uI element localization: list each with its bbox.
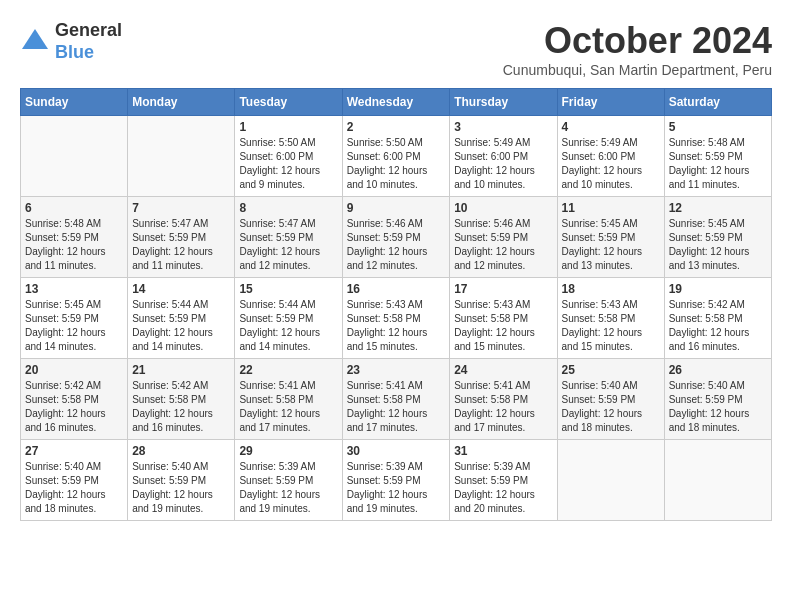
calendar-cell: 15Sunrise: 5:44 AM Sunset: 5:59 PM Dayli… xyxy=(235,278,342,359)
day-number: 8 xyxy=(239,201,337,215)
calendar-cell: 29Sunrise: 5:39 AM Sunset: 5:59 PM Dayli… xyxy=(235,440,342,521)
day-number: 27 xyxy=(25,444,123,458)
day-info: Sunrise: 5:41 AM Sunset: 5:58 PM Dayligh… xyxy=(239,379,337,435)
day-info: Sunrise: 5:47 AM Sunset: 5:59 PM Dayligh… xyxy=(239,217,337,273)
day-info: Sunrise: 5:40 AM Sunset: 5:59 PM Dayligh… xyxy=(562,379,660,435)
day-number: 31 xyxy=(454,444,552,458)
calendar-cell xyxy=(557,440,664,521)
calendar-week-row: 20Sunrise: 5:42 AM Sunset: 5:58 PM Dayli… xyxy=(21,359,772,440)
calendar-cell: 13Sunrise: 5:45 AM Sunset: 5:59 PM Dayli… xyxy=(21,278,128,359)
day-info: Sunrise: 5:41 AM Sunset: 5:58 PM Dayligh… xyxy=(347,379,446,435)
calendar-cell: 27Sunrise: 5:40 AM Sunset: 5:59 PM Dayli… xyxy=(21,440,128,521)
day-number: 1 xyxy=(239,120,337,134)
calendar-cell: 14Sunrise: 5:44 AM Sunset: 5:59 PM Dayli… xyxy=(128,278,235,359)
logo-general-text: General xyxy=(55,20,122,42)
calendar-week-row: 13Sunrise: 5:45 AM Sunset: 5:59 PM Dayli… xyxy=(21,278,772,359)
calendar-cell: 9Sunrise: 5:46 AM Sunset: 5:59 PM Daylig… xyxy=(342,197,450,278)
page-header: General Blue October 2024 Cunumbuqui, Sa… xyxy=(20,20,772,78)
calendar-cell: 21Sunrise: 5:42 AM Sunset: 5:58 PM Dayli… xyxy=(128,359,235,440)
day-number: 14 xyxy=(132,282,230,296)
calendar-cell: 4Sunrise: 5:49 AM Sunset: 6:00 PM Daylig… xyxy=(557,116,664,197)
day-number: 12 xyxy=(669,201,767,215)
calendar-cell: 12Sunrise: 5:45 AM Sunset: 5:59 PM Dayli… xyxy=(664,197,771,278)
weekday-header-wednesday: Wednesday xyxy=(342,89,450,116)
day-number: 25 xyxy=(562,363,660,377)
day-info: Sunrise: 5:44 AM Sunset: 5:59 PM Dayligh… xyxy=(239,298,337,354)
day-number: 15 xyxy=(239,282,337,296)
day-info: Sunrise: 5:39 AM Sunset: 5:59 PM Dayligh… xyxy=(239,460,337,516)
day-info: Sunrise: 5:39 AM Sunset: 5:59 PM Dayligh… xyxy=(347,460,446,516)
calendar-cell: 28Sunrise: 5:40 AM Sunset: 5:59 PM Dayli… xyxy=(128,440,235,521)
calendar-cell: 23Sunrise: 5:41 AM Sunset: 5:58 PM Dayli… xyxy=(342,359,450,440)
day-info: Sunrise: 5:49 AM Sunset: 6:00 PM Dayligh… xyxy=(562,136,660,192)
calendar-cell xyxy=(664,440,771,521)
calendar-cell: 5Sunrise: 5:48 AM Sunset: 5:59 PM Daylig… xyxy=(664,116,771,197)
day-info: Sunrise: 5:48 AM Sunset: 5:59 PM Dayligh… xyxy=(25,217,123,273)
day-number: 21 xyxy=(132,363,230,377)
calendar-cell: 16Sunrise: 5:43 AM Sunset: 5:58 PM Dayli… xyxy=(342,278,450,359)
day-number: 26 xyxy=(669,363,767,377)
day-info: Sunrise: 5:50 AM Sunset: 6:00 PM Dayligh… xyxy=(239,136,337,192)
day-number: 24 xyxy=(454,363,552,377)
day-info: Sunrise: 5:47 AM Sunset: 5:59 PM Dayligh… xyxy=(132,217,230,273)
day-info: Sunrise: 5:48 AM Sunset: 5:59 PM Dayligh… xyxy=(669,136,767,192)
day-info: Sunrise: 5:49 AM Sunset: 6:00 PM Dayligh… xyxy=(454,136,552,192)
calendar-cell: 2Sunrise: 5:50 AM Sunset: 6:00 PM Daylig… xyxy=(342,116,450,197)
day-info: Sunrise: 5:42 AM Sunset: 5:58 PM Dayligh… xyxy=(669,298,767,354)
day-number: 4 xyxy=(562,120,660,134)
svg-marker-0 xyxy=(22,29,48,49)
day-number: 19 xyxy=(669,282,767,296)
day-number: 30 xyxy=(347,444,446,458)
calendar-cell: 17Sunrise: 5:43 AM Sunset: 5:58 PM Dayli… xyxy=(450,278,557,359)
day-number: 22 xyxy=(239,363,337,377)
day-info: Sunrise: 5:42 AM Sunset: 5:58 PM Dayligh… xyxy=(25,379,123,435)
calendar-cell: 22Sunrise: 5:41 AM Sunset: 5:58 PM Dayli… xyxy=(235,359,342,440)
calendar-cell: 19Sunrise: 5:42 AM Sunset: 5:58 PM Dayli… xyxy=(664,278,771,359)
weekday-header-friday: Friday xyxy=(557,89,664,116)
day-info: Sunrise: 5:42 AM Sunset: 5:58 PM Dayligh… xyxy=(132,379,230,435)
weekday-header-saturday: Saturday xyxy=(664,89,771,116)
logo-icon xyxy=(20,27,50,57)
day-number: 18 xyxy=(562,282,660,296)
day-number: 7 xyxy=(132,201,230,215)
day-number: 28 xyxy=(132,444,230,458)
weekday-header-thursday: Thursday xyxy=(450,89,557,116)
calendar-cell: 6Sunrise: 5:48 AM Sunset: 5:59 PM Daylig… xyxy=(21,197,128,278)
day-info: Sunrise: 5:50 AM Sunset: 6:00 PM Dayligh… xyxy=(347,136,446,192)
calendar-cell: 10Sunrise: 5:46 AM Sunset: 5:59 PM Dayli… xyxy=(450,197,557,278)
calendar-cell: 1Sunrise: 5:50 AM Sunset: 6:00 PM Daylig… xyxy=(235,116,342,197)
calendar-cell: 25Sunrise: 5:40 AM Sunset: 5:59 PM Dayli… xyxy=(557,359,664,440)
calendar-week-row: 1Sunrise: 5:50 AM Sunset: 6:00 PM Daylig… xyxy=(21,116,772,197)
day-number: 5 xyxy=(669,120,767,134)
calendar-cell: 30Sunrise: 5:39 AM Sunset: 5:59 PM Dayli… xyxy=(342,440,450,521)
calendar-cell: 26Sunrise: 5:40 AM Sunset: 5:59 PM Dayli… xyxy=(664,359,771,440)
day-info: Sunrise: 5:40 AM Sunset: 5:59 PM Dayligh… xyxy=(25,460,123,516)
day-info: Sunrise: 5:43 AM Sunset: 5:58 PM Dayligh… xyxy=(562,298,660,354)
day-info: Sunrise: 5:43 AM Sunset: 5:58 PM Dayligh… xyxy=(347,298,446,354)
day-info: Sunrise: 5:44 AM Sunset: 5:59 PM Dayligh… xyxy=(132,298,230,354)
calendar-cell: 8Sunrise: 5:47 AM Sunset: 5:59 PM Daylig… xyxy=(235,197,342,278)
calendar-cell: 3Sunrise: 5:49 AM Sunset: 6:00 PM Daylig… xyxy=(450,116,557,197)
day-info: Sunrise: 5:45 AM Sunset: 5:59 PM Dayligh… xyxy=(25,298,123,354)
weekday-header-monday: Monday xyxy=(128,89,235,116)
day-number: 16 xyxy=(347,282,446,296)
day-number: 11 xyxy=(562,201,660,215)
day-info: Sunrise: 5:40 AM Sunset: 5:59 PM Dayligh… xyxy=(669,379,767,435)
title-section: October 2024 Cunumbuqui, San Martin Depa… xyxy=(503,20,772,78)
calendar-cell: 31Sunrise: 5:39 AM Sunset: 5:59 PM Dayli… xyxy=(450,440,557,521)
calendar-cell: 24Sunrise: 5:41 AM Sunset: 5:58 PM Dayli… xyxy=(450,359,557,440)
day-number: 20 xyxy=(25,363,123,377)
day-number: 13 xyxy=(25,282,123,296)
calendar-cell: 20Sunrise: 5:42 AM Sunset: 5:58 PM Dayli… xyxy=(21,359,128,440)
day-info: Sunrise: 5:43 AM Sunset: 5:58 PM Dayligh… xyxy=(454,298,552,354)
weekday-header-sunday: Sunday xyxy=(21,89,128,116)
day-number: 17 xyxy=(454,282,552,296)
weekday-header-tuesday: Tuesday xyxy=(235,89,342,116)
location-subtitle: Cunumbuqui, San Martin Department, Peru xyxy=(503,62,772,78)
day-info: Sunrise: 5:45 AM Sunset: 5:59 PM Dayligh… xyxy=(669,217,767,273)
day-info: Sunrise: 5:39 AM Sunset: 5:59 PM Dayligh… xyxy=(454,460,552,516)
calendar-cell: 11Sunrise: 5:45 AM Sunset: 5:59 PM Dayli… xyxy=(557,197,664,278)
day-info: Sunrise: 5:41 AM Sunset: 5:58 PM Dayligh… xyxy=(454,379,552,435)
calendar-cell: 7Sunrise: 5:47 AM Sunset: 5:59 PM Daylig… xyxy=(128,197,235,278)
calendar-table: SundayMondayTuesdayWednesdayThursdayFrid… xyxy=(20,88,772,521)
